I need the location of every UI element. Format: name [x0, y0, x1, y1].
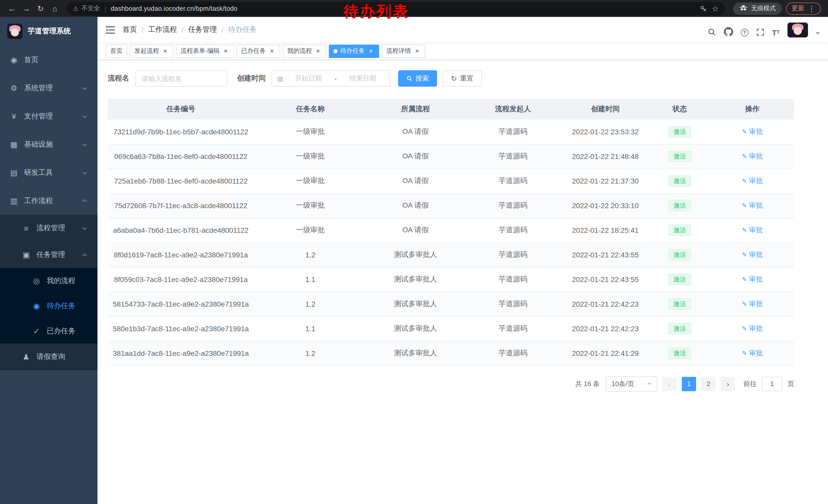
close-icon[interactable]: × [413, 47, 421, 55]
page-size-select[interactable]: 10条/页 [606, 376, 657, 392]
approve-link[interactable]: ✎审批 [742, 226, 763, 235]
collapse-menu-icon[interactable] [106, 26, 115, 34]
app-logo[interactable]: 芋道管理系统 [0, 17, 97, 46]
tab-发起流程[interactable]: 发起流程× [130, 44, 173, 58]
cell-action: ✎审批 [710, 267, 794, 292]
next-page-button[interactable]: › [721, 377, 735, 391]
column-header: 状态 [649, 99, 710, 120]
cell-task-name: 一级审批 [254, 120, 367, 144]
cell-starter: 芋道源码 [464, 193, 562, 218]
font-size-icon[interactable]: TT [772, 29, 780, 37]
process-name-input[interactable] [135, 70, 227, 87]
briefcase-icon: ▥ [8, 196, 19, 205]
reset-button[interactable]: ↻ 重置 [443, 70, 482, 87]
sidebar-item-devtools[interactable]: ▤研发工具 [0, 158, 97, 187]
close-icon[interactable]: × [315, 47, 322, 55]
search-button[interactable]: 搜索 [398, 70, 437, 87]
approve-link[interactable]: ✎审批 [742, 127, 763, 136]
check-icon: ✓ [31, 326, 42, 335]
end-date-input[interactable]: 结束日期 [341, 74, 385, 83]
breadcrumb-item[interactable]: 任务管理 [188, 25, 217, 34]
sidebar-item-label: 流程管理 [36, 224, 65, 233]
sidebar-item-home[interactable]: ◉首页 [0, 46, 97, 74]
sidebar-item-process-mgmt[interactable]: ≡流程管理 [0, 215, 97, 241]
page-button-2[interactable]: 2 [701, 377, 716, 391]
sidebar-item-done-task[interactable]: ✓已办任务 [0, 318, 97, 343]
page-unit-label: 页 [787, 379, 794, 388]
edit-icon: ✎ [742, 202, 747, 209]
column-header: 创建时间 [562, 99, 649, 120]
approve-link[interactable]: ✎审批 [742, 201, 763, 210]
tab-流程表单-编辑[interactable]: 流程表单-编辑× [176, 44, 234, 58]
approve-link[interactable]: ✎审批 [742, 324, 763, 333]
close-icon[interactable]: × [162, 47, 169, 55]
browser-back-icon[interactable]: ← [5, 2, 18, 15]
bookmark-star-icon[interactable]: ☆ [712, 4, 719, 13]
sidebar-item-label: 研发工具 [24, 168, 53, 177]
start-date-input[interactable]: 开始日期 [287, 74, 330, 83]
table-row: 58154733-7ac8-11ec-a9e2-a2380e71991a1.2测… [108, 292, 794, 316]
date-range-picker[interactable]: ▦ 开始日期 - 结束日期 [272, 70, 390, 87]
breadcrumb-item[interactable]: 工作流程 [148, 25, 177, 34]
tab-label: 流程表单-编辑 [180, 47, 219, 55]
active-tab-dot [333, 49, 338, 53]
approve-link[interactable]: ✎审批 [742, 176, 763, 186]
approve-link[interactable]: ✎审批 [742, 152, 763, 161]
approve-link[interactable]: ✎审批 [742, 300, 763, 309]
edit-icon: ✎ [742, 301, 747, 308]
infra-icon: ▦ [8, 140, 19, 149]
close-icon[interactable]: × [268, 47, 276, 55]
breadcrumb-item[interactable]: 首页 [123, 25, 137, 34]
sidebar-item-label: 已办任务 [47, 326, 75, 335]
refresh-icon: ↻ [451, 75, 457, 82]
column-header: 所属流程 [367, 99, 464, 120]
approve-link[interactable]: ✎审批 [742, 250, 763, 260]
sidebar-item-system[interactable]: ⚙系统管理 [0, 74, 97, 102]
close-icon[interactable]: × [367, 47, 374, 55]
cell-create-time: 2022-01-21 22:41:29 [562, 341, 649, 366]
tab-label: 已办任务 [241, 47, 266, 55]
browser-forward-icon[interactable]: → [19, 2, 33, 15]
update-button[interactable]: 更新 ⋮ [786, 2, 821, 15]
page-button-1[interactable]: 1 [682, 377, 696, 391]
user-avatar[interactable] [787, 22, 808, 37]
chat-icon: ◎ [31, 276, 42, 285]
tab-流程详情[interactable]: 流程详情× [382, 44, 425, 58]
cell-process: OA 请假 [367, 169, 464, 193]
tab-label: 首页 [110, 47, 123, 55]
close-icon[interactable]: × [222, 47, 229, 55]
github-icon[interactable] [723, 27, 733, 37]
tab-首页[interactable]: 首页 [106, 44, 127, 58]
chevron-down-icon [83, 85, 87, 90]
prev-page-button[interactable]: ‹ [662, 377, 677, 391]
help-icon[interactable]: ? [741, 29, 748, 37]
app-body: 芋道管理系统 ◉首页⚙系统管理¥支付管理▦基础设施▤研发工具▥工作流程≡流程管理… [0, 17, 828, 504]
goto-page-input[interactable] [762, 377, 782, 391]
search-icon[interactable] [707, 28, 716, 37]
cell-status: 激活 [649, 267, 710, 292]
cell-task-id: a6aba0a4-7b6d-11ec-b781-acde48001122 [108, 218, 254, 242]
cell-starter: 芋道源码 [464, 292, 562, 316]
edit-icon: ✎ [742, 350, 747, 357]
browser-reload-icon[interactable]: ↻ [34, 2, 47, 15]
tab-我的流程[interactable]: 我的流程× [283, 44, 326, 58]
password-key-icon[interactable] [700, 5, 707, 12]
tab-待办任务[interactable]: 待办任务× [329, 44, 379, 58]
approve-link[interactable]: ✎审批 [742, 275, 763, 284]
browser-menu-icon[interactable]: ⋮ [808, 4, 815, 12]
breadcrumb-separator: / [181, 26, 184, 34]
cell-status: 激活 [649, 218, 710, 242]
sidebar-item-leave-query[interactable]: ♟请假查询 [0, 343, 97, 370]
chevron-down-icon[interactable] [816, 32, 820, 36]
edit-icon: ✎ [742, 251, 747, 259]
sidebar-item-task-mgmt[interactable]: ▣任务管理 [0, 241, 97, 268]
sidebar-item-my-process[interactable]: ◎我的流程 [0, 268, 97, 293]
browser-home-icon[interactable]: ⌂ [48, 2, 61, 15]
fullscreen-icon[interactable] [756, 28, 764, 37]
tab-已办任务[interactable]: 已办任务× [237, 44, 280, 58]
sidebar-item-infra[interactable]: ▦基础设施 [0, 130, 97, 158]
sidebar-item-workflow[interactable]: ▥工作流程 [0, 187, 97, 215]
sidebar-item-payment[interactable]: ¥支付管理 [0, 102, 97, 130]
sidebar-item-todo-task[interactable]: ◉待办任务 [0, 293, 97, 318]
approve-link[interactable]: ✎审批 [742, 349, 763, 358]
